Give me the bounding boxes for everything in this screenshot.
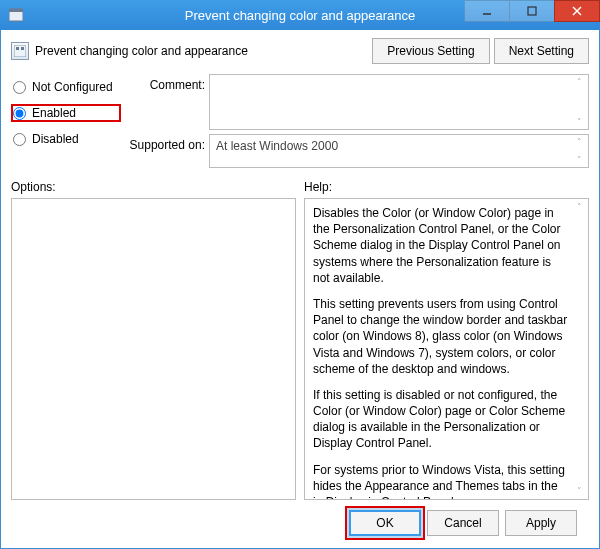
radio-disabled-input[interactable] <box>13 133 26 146</box>
setting-name: Prevent changing color and appearance <box>35 44 248 58</box>
policy-icon <box>11 42 29 60</box>
client-area: Prevent changing color and appearance Pr… <box>0 30 600 549</box>
comment-scroll: ˄˅ <box>572 77 586 127</box>
window-sysicon <box>8 7 24 23</box>
help-label: Help: <box>304 180 589 194</box>
state-radio-group: Not Configured Enabled Disabled <box>11 74 121 156</box>
radio-enabled-label: Enabled <box>32 106 76 120</box>
caret-down-icon: ˅ <box>572 485 586 497</box>
title-bar: Prevent changing color and appearance <box>0 0 600 30</box>
radio-not-configured-label: Not Configured <box>32 80 113 94</box>
radio-enabled-input[interactable] <box>13 107 26 120</box>
options-label: Options: <box>11 180 296 194</box>
svg-rect-7 <box>16 47 19 50</box>
radio-disabled[interactable]: Disabled <box>11 130 121 148</box>
minimize-button[interactable] <box>464 0 510 22</box>
help-panel: Disables the Color (or Window Color) pag… <box>304 198 589 500</box>
svg-rect-3 <box>528 7 536 15</box>
radio-enabled[interactable]: Enabled <box>11 104 121 122</box>
caret-down-icon: ˅ <box>572 155 586 165</box>
help-paragraph: This setting prevents users from using C… <box>313 296 568 377</box>
caret-up-icon: ˄ <box>572 201 586 213</box>
ok-button[interactable]: OK <box>349 510 421 536</box>
supported-label: Supported on: <box>129 134 209 152</box>
header-row: Prevent changing color and appearance Pr… <box>1 30 599 68</box>
supported-value: At least Windows 2000 <box>216 139 338 153</box>
help-paragraph: For systems prior to Windows Vista, this… <box>313 462 568 500</box>
maximize-button[interactable] <box>509 0 555 22</box>
cancel-button[interactable]: Cancel <box>427 510 499 536</box>
radio-not-configured[interactable]: Not Configured <box>11 78 121 96</box>
supported-scroll: ˄˅ <box>572 137 586 165</box>
comment-label: Comment: <box>129 74 209 92</box>
caret-up-icon: ˄ <box>572 137 586 147</box>
svg-rect-1 <box>9 9 23 12</box>
help-scroll: ˄˅ <box>572 201 586 497</box>
radio-disabled-label: Disabled <box>32 132 79 146</box>
apply-button[interactable]: Apply <box>505 510 577 536</box>
dialog-button-row: OK Cancel Apply <box>11 500 589 548</box>
previous-setting-button[interactable]: Previous Setting <box>372 38 489 64</box>
svg-rect-8 <box>21 47 24 50</box>
caret-down-icon: ˅ <box>572 117 586 127</box>
options-panel[interactable] <box>11 198 296 500</box>
help-paragraph: If this setting is disabled or not confi… <box>313 387 568 452</box>
caret-up-icon: ˄ <box>572 77 586 87</box>
comment-textbox[interactable]: ˄˅ <box>209 74 589 130</box>
close-button[interactable] <box>554 0 600 22</box>
supported-textbox: At least Windows 2000 ˄˅ <box>209 134 589 168</box>
window-controls <box>464 0 600 30</box>
next-setting-button[interactable]: Next Setting <box>494 38 589 64</box>
radio-not-configured-input[interactable] <box>13 81 26 94</box>
help-paragraph: Disables the Color (or Window Color) pag… <box>313 205 568 286</box>
svg-rect-6 <box>14 45 26 57</box>
